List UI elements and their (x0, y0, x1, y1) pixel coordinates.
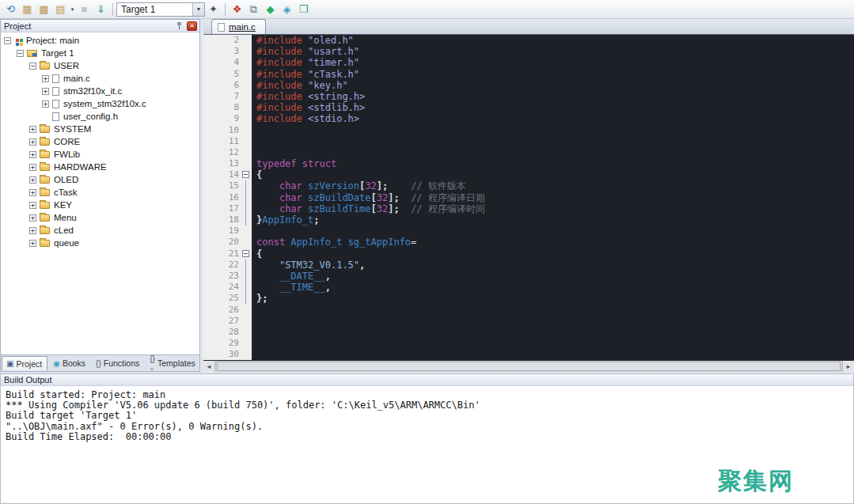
tab-books[interactable]: ◉Books (49, 356, 90, 370)
manage-rte-icon[interactable]: ◆ (262, 2, 279, 17)
expand-icon[interactable]: + (42, 75, 49, 82)
expand-icon[interactable]: + (29, 138, 36, 146)
scroll-left-icon[interactable]: ◂ (203, 361, 215, 372)
collapse-icon[interactable]: − (4, 37, 11, 44)
project-icon (16, 39, 19, 42)
fold-guide-line (245, 203, 246, 214)
code-line[interactable]: 30 (203, 349, 854, 360)
code-line[interactable]: 22 "STM32_V0.1.5", (203, 260, 854, 271)
scroll-right-icon[interactable]: ▸ (842, 361, 854, 372)
tree-item-queue[interactable]: +queue (1, 237, 199, 249)
code-line[interactable]: 2#include "oled.h" (203, 35, 854, 46)
code-line[interactable]: 14−{ (203, 169, 854, 180)
code-line[interactable]: 16 char szBuildDate[32]; // 程序编译日期 (203, 192, 854, 203)
build-output-header: Build Output (0, 373, 854, 385)
code-line[interactable]: 25}; (203, 293, 854, 304)
expand-icon[interactable]: + (29, 214, 36, 222)
translate-icon[interactable]: ⟲ (2, 2, 19, 17)
tab-main-c[interactable]: main.c (211, 19, 266, 34)
code-line[interactable]: 17 char szBuildTime[32]; // 程序编译时间 (203, 203, 854, 214)
code-line[interactable]: 4#include "timer.h" (203, 57, 854, 68)
code-line[interactable]: 15 char szVersion[32]; // 软件版本 (203, 180, 854, 191)
tree-item-oled[interactable]: +OLED (1, 173, 199, 186)
manage-project-items-icon[interactable]: ⧉ (245, 2, 262, 17)
code-line[interactable]: 10 (203, 125, 854, 136)
tree-item-label: Menu (54, 213, 77, 222)
expand-icon[interactable]: + (42, 88, 49, 95)
scrollbar-thumb[interactable] (217, 362, 841, 371)
file-extensions-icon[interactable]: ❖ (229, 2, 245, 17)
tree-item-main-c[interactable]: +main.c (1, 72, 199, 85)
build-icon[interactable]: ▦ (19, 2, 36, 17)
code-line[interactable]: 3#include "usart.h" (203, 46, 854, 57)
expand-icon[interactable]: + (29, 126, 36, 133)
code-line[interactable]: 27 (203, 316, 854, 327)
tab-templates[interactable]: {}₊Templates (146, 356, 200, 370)
code-line[interactable]: 23 __DATE__, (203, 271, 854, 282)
expand-icon[interactable]: + (29, 176, 36, 184)
expand-icon[interactable]: + (29, 240, 36, 247)
collapse-icon[interactable]: − (17, 50, 24, 57)
stop-build-icon[interactable]: ■ (76, 2, 93, 17)
chevron-down-icon[interactable]: ▼ (192, 3, 204, 16)
expand-icon[interactable]: + (42, 100, 49, 108)
code-line[interactable]: 6#include "key.h" (203, 80, 854, 91)
expand-icon[interactable]: + (29, 164, 36, 171)
tree-item-core[interactable]: +CORE (1, 135, 199, 148)
tab-functions[interactable]: {}Functions (92, 356, 144, 370)
expand-icon[interactable]: + (29, 189, 36, 196)
tree-item-system-stm32f10x-c[interactable]: +system_stm32f10x.c (1, 97, 199, 110)
fold-collapse-icon[interactable]: − (242, 250, 249, 257)
pin-icon[interactable] (176, 21, 183, 30)
code-line[interactable]: 24 __TIME__, (203, 282, 854, 293)
collapse-icon[interactable]: − (29, 63, 36, 70)
code-line[interactable]: 11 (203, 136, 854, 147)
rebuild-icon[interactable]: ▩ (36, 2, 52, 17)
editor-horizontal-scrollbar[interactable]: ◂ ▸ (203, 361, 854, 372)
expand-icon[interactable]: + (29, 151, 36, 158)
code-line[interactable]: 26 (203, 305, 854, 316)
tree-item-project-main[interactable]: −Project: main (1, 34, 199, 47)
code-line[interactable]: 20const AppInfo_t sg_tAppInfo= (203, 237, 854, 248)
tree-item-user[interactable]: −USER (1, 59, 199, 72)
code-line[interactable]: 19 (203, 225, 854, 237)
pack-installer-icon[interactable]: ❒ (295, 2, 312, 17)
fold-collapse-icon[interactable]: − (242, 171, 249, 178)
expand-icon[interactable]: + (29, 227, 36, 234)
code-text (252, 125, 854, 136)
tab-project[interactable]: ▣Project (2, 356, 47, 370)
download-icon[interactable]: ⇓ (93, 2, 109, 17)
batch-build-icon[interactable]: ▤ (52, 2, 69, 17)
tree-item-system[interactable]: +SYSTEM (1, 123, 199, 135)
expand-icon[interactable]: + (29, 202, 36, 209)
close-icon[interactable]: × (187, 21, 197, 31)
tree-item-ctask[interactable]: +cTask (1, 186, 199, 199)
configure-flash-tools-icon[interactable]: ◈ (279, 2, 295, 17)
tree-item-label: queue (54, 238, 79, 248)
line-number: 4 (203, 57, 241, 68)
batch-build-dropdown-icon[interactable]: ▾ (69, 2, 76, 17)
tree-item-hardware[interactable]: +HARDWARE (1, 161, 199, 173)
target-select[interactable]: Target 1 ▼ (116, 2, 205, 17)
code-line[interactable]: 7#include <string.h> (203, 91, 854, 102)
code-line[interactable]: 18}AppInfo_t; (203, 214, 854, 225)
code-line[interactable]: 29 (203, 338, 854, 349)
options-for-target-icon[interactable]: ✦ (205, 2, 222, 17)
tree-item-cled[interactable]: +cLed (1, 224, 199, 237)
tree-item-stm32f10x-it-c[interactable]: +stm32f10x_it.c (1, 85, 199, 97)
code-line[interactable]: 12 (203, 147, 854, 158)
tree-item-key[interactable]: +KEY (1, 199, 199, 211)
code-line[interactable]: 13typedef struct (203, 158, 854, 169)
code-line[interactable]: 21−{ (203, 248, 854, 260)
line-number: 16 (203, 192, 241, 203)
code-line[interactable]: 9#include <stdio.h> (203, 113, 854, 124)
code-editor[interactable]: 2#include "oled.h"3#include "usart.h"4#i… (203, 35, 854, 361)
code-line[interactable]: 8#include <stdlib.h> (203, 102, 854, 113)
tree-item-target-1[interactable]: −Target 1 (1, 47, 199, 59)
tree-item-user-config-h[interactable]: user_config.h (1, 110, 199, 123)
code-text: }; (252, 293, 854, 304)
code-line[interactable]: 5#include "cTask.h" (203, 69, 854, 80)
tree-item-menu[interactable]: +Menu (1, 211, 199, 224)
tree-item-fwlib[interactable]: +FWLib (1, 148, 199, 161)
code-line[interactable]: 28 (203, 327, 854, 338)
